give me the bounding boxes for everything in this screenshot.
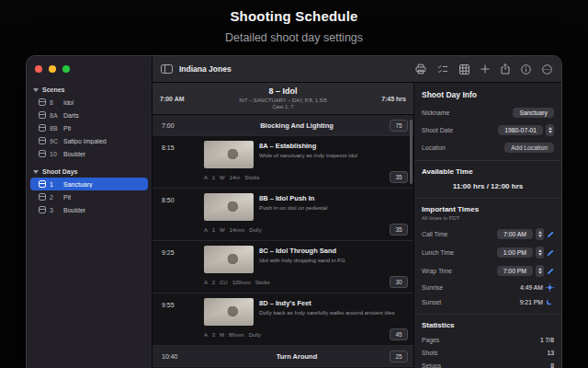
row-start-time: 8:15	[153, 141, 204, 183]
shoot-days-section-header[interactable]: Shoot Days	[27, 167, 152, 178]
duration-chip[interactable]: 25	[390, 351, 408, 362]
add-location-button[interactable]: Add Location	[504, 143, 554, 153]
scene-number: 9C	[50, 138, 60, 144]
call-time-field[interactable]: 7:00 AM	[497, 229, 533, 239]
setups-label: Setups	[422, 362, 441, 368]
sunrise-label: Sunrise	[422, 284, 443, 291]
zoom-button[interactable]	[62, 65, 70, 73]
minimize-button[interactable]	[49, 65, 56, 73]
shots-value: 13	[547, 350, 554, 356]
shot-title: 8B – Idol Push In	[259, 194, 327, 202]
shot-description: Dolly back as Indy carefully walks aroun…	[259, 309, 395, 316]
scene-number: 8B	[50, 125, 60, 132]
shoot-day-info-panel: Shoot Day Info Nickname Sanctuary Shoot …	[413, 83, 561, 368]
grid-icon[interactable]	[459, 64, 469, 75]
page-subtitle: Detailed shoot day settings	[0, 31, 588, 44]
shot-description: Wide of sanctuary as Indy inspects idol	[259, 152, 357, 159]
row-start-time: 8:50	[153, 193, 204, 236]
scene-icon	[39, 98, 46, 106]
sidebar-toggle-icon[interactable]	[161, 64, 173, 74]
duration-chip[interactable]: 75	[390, 120, 408, 132]
shot-meta: A 3 M 86mm Dolly	[204, 332, 261, 338]
edit-icon[interactable]	[547, 268, 554, 275]
storyboard-thumbnail	[204, 141, 254, 168]
duration-chip[interactable]: 35	[390, 171, 408, 183]
shoot-day-number: 2	[50, 194, 60, 201]
edit-icon[interactable]	[547, 249, 554, 257]
shoot-day-label: Pit	[63, 194, 71, 201]
duration-chip[interactable]: 30	[390, 276, 408, 288]
lunch-time-field[interactable]: 1:00 PM	[497, 247, 533, 258]
sidebar-item-shoot-day[interactable]: 3 Boulder	[30, 203, 148, 216]
sidebar-item-scene[interactable]: 8 Idol	[30, 96, 148, 109]
schedule-panel: 7:00 AM 8 – Idol INT – SANCTUARY – DAY, …	[153, 83, 413, 368]
row-start-time: 10:40	[153, 353, 204, 360]
sidebar-item-shoot-day-selected[interactable]: 1 Sanctuary	[30, 178, 148, 190]
shot-body: 8B – Idol Push In Push in on idol on ped…	[204, 193, 408, 236]
time-stepper[interactable]	[536, 247, 544, 259]
wrap-time-field[interactable]: 7:00 PM	[497, 266, 533, 276]
more-icon[interactable]	[542, 64, 552, 75]
nickname-field[interactable]: Sanctuary	[513, 108, 554, 118]
app-window: Scenes 8 Idol 8A Darts 8B Pit	[26, 55, 562, 368]
sidebar-item-scene[interactable]: 8B Pit	[30, 121, 148, 134]
storyboard-thumbnail	[204, 298, 254, 326]
scene-label: Pit	[63, 125, 71, 132]
scene-number: 10	[50, 151, 60, 157]
band-label: Blocking And Lighting	[204, 121, 390, 130]
row-start-time: 7:00	[153, 122, 204, 129]
stat-row-shots: Shots 13	[422, 350, 554, 356]
duration-chip[interactable]: 35	[390, 224, 408, 236]
edit-icon[interactable]	[547, 231, 554, 238]
shot-title: 8A – Establishing	[259, 142, 357, 150]
sidebar-item-scene[interactable]: 8A Darts	[30, 109, 148, 121]
row-start-time: 9:25	[153, 246, 204, 288]
sunset-value: 9:21 PM	[520, 299, 543, 305]
shoot-date-field[interactable]: 1980-07-01	[498, 125, 543, 135]
shot-meta: A 1 W 14m Sticks	[204, 175, 259, 180]
toolbar	[415, 63, 552, 75]
shot-description: Push in on idol on pedestal	[259, 204, 327, 212]
storyboard-thumbnail	[204, 193, 254, 221]
wrap-time-label: Wrap Time	[422, 268, 452, 274]
info-icon[interactable]	[521, 64, 531, 75]
time-stepper[interactable]	[536, 265, 544, 277]
available-time-header: Available Time	[422, 167, 554, 176]
band-label: Turn Around	[204, 352, 390, 361]
page-header: Shooting Schedule Detailed shoot day set…	[0, 0, 588, 44]
scene-label: Idol	[63, 99, 74, 106]
wrap-time-row: Wrap Time 7:00 PM	[422, 265, 554, 277]
shot-body: 8D – Indy's Feet Dolly back as Indy care…	[204, 298, 408, 340]
share-icon[interactable]	[501, 63, 510, 75]
shoot-day-number: 1	[50, 181, 60, 188]
schedule-shot-row[interactable]: 9:25 8C – Idol Through Sand Idol with In…	[153, 241, 413, 293]
day-header-center: 8 – Idol INT – SANCTUARY – DAY, P.8, 1 5…	[200, 86, 366, 110]
time-stepper[interactable]	[536, 228, 544, 240]
schedule-band-row[interactable]: 7:00 Blocking And Lighting 75	[153, 115, 413, 136]
printer-icon[interactable]	[415, 63, 426, 75]
lunch-time-row: Lunch Time 1:00 PM	[422, 247, 554, 259]
scenes-section-header[interactable]: Scenes	[27, 85, 152, 96]
schedule-band-row[interactable]: 10:40 Turn Around 25	[153, 346, 413, 367]
shots-label: Shots	[422, 350, 437, 356]
date-stepper[interactable]	[546, 124, 554, 136]
location-label: Location	[422, 144, 446, 151]
day-header: 7:00 AM 8 – Idol INT – SANCTUARY – DAY, …	[153, 83, 413, 115]
sidebar-item-shoot-day[interactable]: 2 Pit	[30, 190, 148, 203]
stat-row-setups: Setups 8	[422, 362, 554, 368]
schedule-shot-row[interactable]: 8:50 8B – Idol Push In Push in on idol o…	[153, 189, 413, 241]
duration-chip[interactable]: 45	[390, 328, 408, 340]
add-icon[interactable]	[481, 64, 490, 74]
sidebar-item-scene[interactable]: 10 Boulder	[30, 147, 148, 160]
scrollbar-thumb[interactable]	[410, 120, 413, 184]
schedule-shot-row[interactable]: 8:15 8A – Establishing Wide of sanctuary…	[153, 136, 413, 189]
statistics-header: Statistics	[422, 321, 554, 329]
disclosure-icon	[33, 88, 39, 92]
sidebar-item-scene[interactable]: 9C Satipo Impaled	[30, 134, 148, 147]
close-button[interactable]	[35, 65, 42, 73]
checklist-icon[interactable]	[437, 64, 448, 75]
schedule-shot-row[interactable]: 9:55 8D – Indy's Feet Dolly back as Indy…	[153, 293, 413, 346]
scene-icon	[39, 111, 46, 119]
shoot-days-section-label: Shoot Days	[42, 168, 78, 175]
sunrise-row: Sunrise 4:49 AM	[422, 283, 554, 292]
